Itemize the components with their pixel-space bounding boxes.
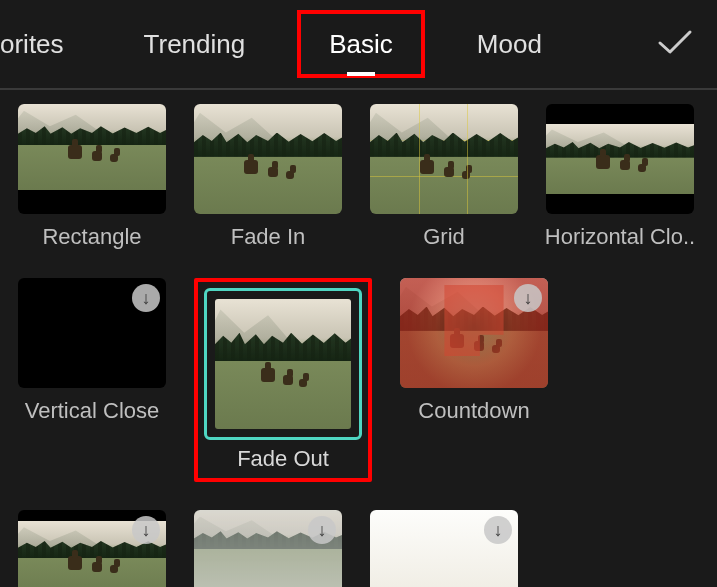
effect-rectangle[interactable]: Rectangle	[18, 104, 166, 250]
effect-thumbnail	[370, 104, 518, 214]
effect-label: Vertical Close	[25, 398, 160, 424]
effect-label: Rectangle	[42, 224, 141, 250]
download-icon[interactable]: ↓	[132, 516, 160, 544]
download-icon[interactable]: ↓	[132, 284, 160, 312]
effect-cinema[interactable]: ↓ Cinema	[18, 510, 166, 587]
effect-item[interactable]: ↓	[370, 510, 518, 587]
effect-thumbnail	[18, 104, 166, 214]
effect-label: Fade Out	[237, 446, 329, 472]
effect-item[interactable]: ↓	[194, 510, 342, 587]
download-icon[interactable]: ↓	[484, 516, 512, 544]
check-icon	[657, 28, 693, 56]
effect-label: Fade In	[231, 224, 306, 250]
tab-basic[interactable]: Basic	[297, 10, 425, 78]
effects-grid: Rectangle Fade In Grid Horizontal Clo.. …	[0, 90, 717, 587]
effect-thumbnail	[546, 104, 694, 214]
tab-trending[interactable]: Trending	[104, 0, 286, 89]
tab-mood[interactable]: Mood	[437, 0, 582, 89]
effect-thumbnail: ↓	[18, 278, 166, 388]
effect-thumbnail: ↓	[400, 278, 548, 388]
tab-label: Basic	[329, 29, 393, 59]
effect-fade-out[interactable]: Fade Out	[194, 278, 372, 482]
download-icon[interactable]: ↓	[514, 284, 542, 312]
effect-countdown[interactable]: ↓ Countdown	[400, 278, 548, 482]
effect-grid[interactable]: Grid	[370, 104, 518, 250]
confirm-button[interactable]	[641, 25, 709, 64]
download-icon[interactable]: ↓	[308, 516, 336, 544]
category-tabs: orites Trending Basic Mood	[0, 0, 717, 90]
effect-thumbnail	[194, 104, 342, 214]
effect-label: Grid	[423, 224, 465, 250]
effect-horizontal-close[interactable]: Horizontal Clo..	[546, 104, 694, 250]
effect-thumbnail: ↓	[370, 510, 518, 587]
tab-favorites[interactable]: orites	[0, 0, 104, 89]
effect-label: Countdown	[418, 398, 529, 424]
effect-vertical-close[interactable]: ↓ Vertical Close	[18, 278, 166, 482]
effect-label: Horizontal Clo..	[545, 224, 695, 250]
effect-thumbnail: ↓	[194, 510, 342, 587]
effect-thumbnail: ↓	[18, 510, 166, 587]
active-tab-indicator	[347, 72, 375, 76]
effect-fade-in[interactable]: Fade In	[194, 104, 342, 250]
effect-thumbnail	[204, 288, 362, 440]
